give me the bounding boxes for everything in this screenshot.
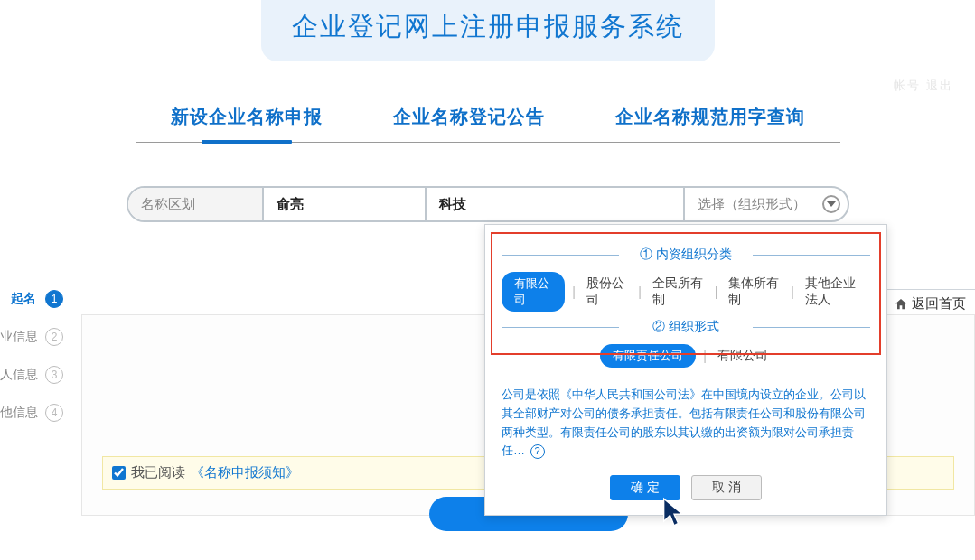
kind-row-option-3[interactable]: 集体所有制: [725, 273, 783, 311]
help-icon[interactable]: ?: [530, 444, 545, 459]
name-input-bar: 名称区划 俞亮 科技 选择（组织形式）: [127, 186, 849, 222]
kind-row-option-2[interactable]: 全民所有制: [649, 273, 708, 311]
dd-ok-button[interactable]: 确定: [610, 475, 680, 500]
org-form-select[interactable]: 选择（组织形式）: [685, 188, 848, 220]
step-4[interactable]: 他信息4: [0, 394, 78, 432]
org-form-dropdown: ① 内资组织分类 有限公司|股份公司|全民所有制|集体所有制|其他企业法人 ② …: [484, 224, 887, 516]
step-bullet: 4: [45, 404, 63, 422]
kind-row-option-1[interactable]: 股份公司: [583, 273, 631, 311]
dd-cancel-button[interactable]: 取消: [691, 475, 762, 500]
dd-section2-title: ② 组织形式: [502, 319, 870, 335]
step-3[interactable]: 人信息3: [0, 356, 78, 394]
notice-link[interactable]: 《名称申报须知》: [191, 464, 299, 481]
dd-description: 公司是依照《中华人民共和国公司法》在中国境内设立的企业。公司以其全部财产对公司的…: [502, 386, 870, 461]
step-2[interactable]: 业信息2: [0, 318, 78, 356]
company-name-input[interactable]: 俞亮: [264, 188, 427, 220]
agree-text: 我已阅读: [131, 464, 185, 481]
form-row-option-1[interactable]: 有限公司: [714, 345, 772, 367]
step-1[interactable]: 起名1: [0, 280, 78, 318]
industry-input[interactable]: 科技: [427, 188, 685, 220]
tab-2[interactable]: 企业名称规范用字查询: [610, 96, 811, 142]
system-title: 企业登记网上注册申报服务系统: [261, 0, 715, 61]
kind-row-option-4[interactable]: 其他企业法人: [802, 273, 870, 311]
separator: |: [791, 285, 794, 299]
separator: |: [715, 285, 718, 299]
step-label: 他信息: [0, 405, 36, 421]
account-links[interactable]: 帐号 退出: [894, 78, 953, 94]
kind-row-option-0[interactable]: 有限公司: [502, 272, 565, 312]
chevron-down-icon: [822, 195, 840, 213]
region-select[interactable]: 名称区划: [128, 188, 264, 220]
form-row-option-0[interactable]: 有限责任公司: [600, 344, 696, 368]
org-form-placeholder: 选择（组织形式）: [698, 196, 806, 213]
dd-section1-title: ① 内资组织分类: [502, 247, 870, 263]
tab-1[interactable]: 企业名称登记公告: [388, 96, 550, 142]
tab-0[interactable]: 新设企业名称申报: [165, 96, 328, 142]
separator: |: [703, 349, 707, 363]
separator: |: [572, 285, 576, 299]
dd-form-options: 有限责任公司|有限公司: [502, 344, 870, 368]
dd-kind-options: 有限公司|股份公司|全民所有制|集体所有制|其他企业法人: [502, 272, 870, 312]
agree-checkbox[interactable]: [112, 466, 126, 480]
step-label: 业信息: [0, 329, 36, 345]
separator: |: [638, 285, 642, 299]
tabs: 新设企业名称申报企业名称登记公告企业名称规范用字查询: [136, 96, 840, 143]
step-label: 起名: [0, 291, 36, 307]
home-icon: [894, 297, 908, 312]
step-rail: 起名1业信息2人信息3他信息4: [0, 280, 78, 432]
step-label: 人信息: [0, 367, 36, 383]
